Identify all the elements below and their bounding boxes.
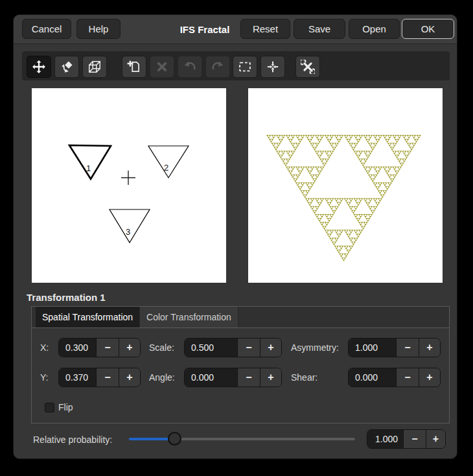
probability-increment-button[interactable]: + [426,430,445,448]
relative-probability-spinbox: 1.000 − + [367,429,446,449]
center-plus-mark [121,171,135,185]
ok-button[interactable]: OK [402,19,454,39]
tab-color-transformation[interactable]: Color Transformation [140,307,238,327]
plus-icon: + [126,342,132,353]
titlebar: Cancel Help IFS Fractal Reset Save Open … [14,15,457,44]
rotate-scale-button[interactable] [54,56,79,78]
transformation-triangle-2[interactable] [148,146,189,178]
x-decrement-button[interactable]: − [96,339,119,357]
tab-spatial-transformation[interactable]: Spatial Transformation [36,307,140,327]
x-spinbox: 0.300 − + [58,338,141,357]
relative-probability-label: Relative probability: [33,434,112,445]
y-value-field[interactable]: 0.370 [59,368,96,387]
scale-value-field[interactable]: 0.500 [185,339,237,357]
design-area-canvas[interactable]: 123 [32,88,226,283]
redo-button[interactable] [205,56,230,78]
angle-label: Angle: [149,368,175,387]
asymmetry-value-field[interactable]: 1.000 [349,339,396,357]
move-icon [32,60,46,74]
minus-icon: − [404,372,410,383]
dialog-title: IFS Fractal [163,15,247,43]
minus-icon: − [411,433,417,445]
open-button[interactable]: Open [349,19,400,39]
screen-backdrop: { "titlebar": { "title": "IFS Fractal", … [0,0,473,476]
new-transformation-button[interactable] [122,56,146,78]
ifs-fractal-dialog: Cancel Help IFS Fractal Reset Save Open … [13,14,457,459]
angle-increment-button[interactable]: + [260,368,281,387]
reset-button[interactable]: Reset [240,19,290,39]
angle-spinbox: 0.000 − + [184,368,282,387]
undo-icon [183,60,197,74]
plus-icon: + [126,372,132,383]
slider-handle[interactable] [168,432,181,446]
plus-icon: + [426,342,432,353]
y-increment-button[interactable]: + [119,368,140,387]
transformation-triangle-3[interactable] [110,209,150,243]
transformation-heading: Transformation 1 [27,292,106,303]
asymmetry-decrement-button[interactable]: − [396,339,419,357]
asymmetry-increment-button[interactable]: + [419,339,440,357]
select-all-icon [238,60,252,74]
shear-value-field[interactable]: 0.000 [349,368,396,387]
render-options-button[interactable] [295,56,320,78]
scale-decrement-button[interactable]: − [237,339,260,357]
shear-decrement-button[interactable]: − [396,368,419,387]
recenter-icon [266,60,280,74]
shear-increment-button[interactable]: + [419,368,440,387]
triangle-number-label: 2 [164,163,168,173]
delete-icon [155,60,169,74]
transformation-notebook: Spatial Transformation Color Transformat… [31,306,450,423]
flip-label: Flip [58,402,73,412]
minus-icon: − [246,342,251,353]
undo-button[interactable] [178,56,202,78]
sierpinski-fractal-image [248,88,443,283]
y-spinbox: 0.370 − + [58,368,141,387]
move-button[interactable] [27,56,51,78]
triangle-number-label: 3 [126,227,130,237]
y-decrement-button[interactable]: − [96,368,119,387]
minus-icon: − [104,342,110,353]
recenter-button[interactable] [260,56,285,78]
plus-icon: + [433,433,439,445]
scale-spinbox: 0.500 − + [184,338,282,357]
probability-decrement-button[interactable]: − [403,430,426,448]
relative-probability-slider[interactable] [129,438,355,440]
x-increment-button[interactable]: + [119,339,140,357]
plus-icon: + [268,372,273,383]
render-options-icon [301,60,315,74]
delete-transformation-button[interactable] [150,56,174,78]
toolbar [22,51,450,80]
scale-increment-button[interactable]: + [260,339,281,357]
angle-value-field[interactable]: 0.000 [185,368,237,387]
flip-checkbox[interactable] [45,403,54,412]
triangle-number-label: 1 [86,163,91,173]
asymmetry-spinbox: 1.000 − + [348,338,441,357]
scale-label: Scale: [149,338,174,357]
new-transformation-icon [127,60,141,74]
tab-bar: Spatial Transformation Color Transformat… [32,307,449,328]
stretch-icon [87,60,102,74]
relative-probability-value-field[interactable]: 1.000 [367,430,403,448]
save-button[interactable]: Save [294,19,345,39]
transformation-triangle-1[interactable] [69,145,111,179]
minus-icon: − [104,372,110,383]
angle-decrement-button[interactable]: − [237,368,260,387]
x-label: X: [40,338,49,357]
minus-icon: − [404,342,410,353]
plus-icon: + [268,342,273,353]
shear-spinbox: 0.000 − + [348,368,441,387]
redo-icon [211,60,225,74]
spatial-transformation-panel: X: 0.300 − + Scale: 0.500 − + Asymmetry:… [32,328,449,423]
rotate-scale-icon [60,60,74,74]
cancel-button[interactable]: Cancel [22,19,71,39]
asymmetry-label: Asymmetry: [291,338,339,357]
stretch-button[interactable] [82,56,107,78]
select-all-button[interactable] [233,56,257,78]
y-label: Y: [40,368,48,387]
plus-icon: + [426,372,432,383]
x-value-field[interactable]: 0.300 [59,339,96,357]
help-button[interactable]: Help [76,19,121,39]
shear-label: Shear: [291,368,317,387]
fractal-preview-canvas [248,88,443,283]
minus-icon: − [246,372,251,383]
